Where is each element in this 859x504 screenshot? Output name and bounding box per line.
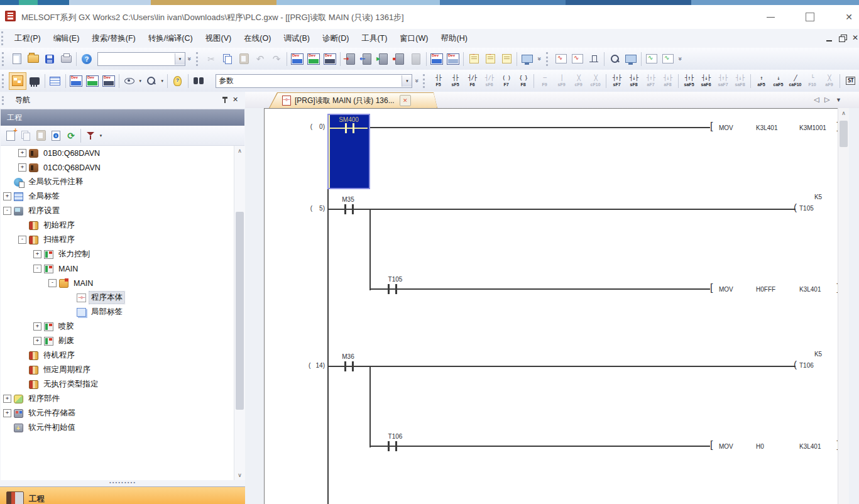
tree-expander[interactable]: -: [33, 265, 41, 273]
tab-close-icon[interactable]: [400, 95, 411, 106]
editor-scrollbar[interactable]: ∧: [838, 108, 849, 504]
paste-icon[interactable]: [236, 51, 252, 67]
tree-item[interactable]: +喷胶: [1, 319, 234, 334]
scrollbar-thumb[interactable]: [840, 121, 848, 147]
tree-expander[interactable]: +: [33, 337, 41, 345]
contact-symbol[interactable]: [352, 204, 354, 214]
tree-expander[interactable]: +: [33, 322, 41, 331]
toolbar-overflow-icon[interactable]: [185, 52, 194, 67]
graph-wave-icon[interactable]: [660, 51, 676, 67]
menu-tool[interactable]: 工具(T): [355, 29, 393, 48]
menu-online[interactable]: 在线(O): [238, 29, 277, 48]
program-find-combobox[interactable]: 参数: [216, 74, 413, 88]
tree-item[interactable]: 局部标签: [1, 305, 234, 319]
find-binoculars-icon[interactable]: [190, 73, 207, 89]
trace-search-icon[interactable]: [606, 51, 623, 67]
ladder-btn-sf5[interactable]: ┤├sF5: [447, 72, 464, 90]
navigation-window-icon[interactable]: [9, 72, 26, 90]
contact-symbol[interactable]: [395, 284, 397, 294]
property-icon[interactable]: [48, 128, 63, 143]
tab-list-icon[interactable]: ▼: [836, 97, 841, 103]
tree-expander[interactable]: +: [3, 395, 11, 403]
tree-expander[interactable]: +: [3, 192, 11, 200]
module-configuration-icon[interactable]: [26, 73, 43, 89]
tree-item[interactable]: 无执行类型指定: [1, 377, 234, 392]
ladder-btn-f8[interactable]: { }F8: [515, 72, 532, 90]
device-comment-icon[interactable]: [68, 73, 84, 89]
menu-window[interactable]: 窗口(W): [393, 29, 434, 48]
save-icon[interactable]: [41, 51, 58, 67]
toolbar-overflow-icon[interactable]: [676, 52, 685, 67]
panel-close-icon[interactable]: ✕: [233, 96, 238, 104]
contact-symbol[interactable]: [352, 361, 354, 371]
refresh-icon[interactable]: [63, 128, 79, 143]
contact-symbol[interactable]: [395, 441, 397, 451]
maximize-icon[interactable]: [804, 11, 816, 23]
tree-expander[interactable]: -: [3, 207, 11, 215]
help-bulb-icon[interactable]: [170, 73, 186, 89]
tree-item[interactable]: +01C0:Q68DAVN: [1, 160, 234, 175]
combo-dropdown-icon[interactable]: [402, 75, 412, 87]
ladder-btn-af8[interactable]: ┤↓├aF8: [659, 72, 676, 90]
ladder-btn-af7[interactable]: ┤↑├aF7: [642, 72, 659, 90]
plc-cartridge-icon[interactable]: [408, 51, 424, 67]
task-button-project[interactable]: 工程: [0, 486, 245, 504]
contact-symbol[interactable]: [344, 204, 346, 214]
tree-expander[interactable]: +: [33, 250, 41, 258]
panel-splitter[interactable]: [0, 480, 245, 486]
cut-icon[interactable]: [203, 51, 219, 67]
tree-item[interactable]: -程序设置: [1, 204, 234, 218]
contact-symbol[interactable]: [344, 361, 346, 371]
menu-help[interactable]: 帮助(H): [434, 29, 473, 48]
ladder-btn-sf6[interactable]: ┤/├sF6: [481, 72, 498, 90]
instruction-mov[interactable]: MOV H0 K3L401: [710, 441, 840, 452]
ladder-cursor-selection[interactable]: SM400: [327, 114, 370, 189]
data-transfer-combobox[interactable]: [97, 52, 185, 66]
tree-expander[interactable]: -: [18, 236, 26, 244]
tab-scroll-left-icon[interactable]: ◁: [814, 96, 819, 104]
close-icon[interactable]: ✕: [843, 11, 855, 23]
timing-chart-icon[interactable]: [586, 51, 602, 67]
ladder-btn-sf8[interactable]: ┤↓├sF8: [625, 72, 642, 90]
new-item-icon[interactable]: [3, 128, 18, 143]
tree-item[interactable]: +软元件存储器: [1, 406, 234, 420]
combo-dropdown-icon[interactable]: [175, 53, 185, 65]
stop-monitoring-dev-icon[interactable]: [445, 51, 461, 67]
menu-find-replace[interactable]: 搜索/替换(F): [85, 29, 141, 48]
tree-item[interactable]: 全局软元件注释: [1, 175, 234, 189]
scroll-up-icon[interactable]: ∧: [838, 108, 849, 118]
device-write-monitor-icon[interactable]: [289, 51, 305, 67]
device-display-icon[interactable]: [121, 73, 138, 89]
sort-dropdown-icon[interactable]: [98, 129, 104, 142]
toolbar-overflow-icon[interactable]: [535, 52, 544, 67]
menu-edit[interactable]: 编辑(E): [47, 29, 86, 48]
device-search-icon[interactable]: [143, 73, 160, 89]
print-icon[interactable]: [58, 51, 74, 67]
menu-diagnostics[interactable]: 诊断(D): [316, 29, 355, 48]
tab-main-program[interactable]: [PRG]读取 MAIN (只读) 136...: [269, 92, 437, 108]
sampling-trace-register-icon[interactable]: [569, 51, 586, 67]
note-display-icon[interactable]: [498, 51, 515, 67]
tree-expander[interactable]: +: [3, 409, 11, 417]
tree-item[interactable]: -MAIN: [1, 276, 234, 290]
mdi-minimize-icon[interactable]: [825, 33, 835, 43]
menu-view[interactable]: 视图(V): [199, 29, 238, 48]
device-search-dropdown-icon[interactable]: [160, 75, 165, 87]
mdi-restore-icon[interactable]: [838, 33, 848, 43]
tree-item[interactable]: -扫描程序: [1, 233, 234, 247]
mdi-close-icon[interactable]: ✕: [852, 33, 859, 43]
ladder-btn-af9[interactable]: ╳aF9: [821, 72, 838, 90]
ladder-btn-f9[interactable]: ─F9: [536, 72, 553, 90]
tree-item[interactable]: +01B0:Q68DAVN: [1, 146, 234, 160]
ladder-btn-f10[interactable]: └F10: [804, 72, 821, 90]
redo-icon[interactable]: [268, 51, 285, 67]
scroll-down-icon[interactable]: ∨: [234, 470, 245, 480]
device-display-dropdown-icon[interactable]: [138, 75, 143, 87]
contact-symbol[interactable]: [388, 284, 390, 294]
graph-display-icon[interactable]: [643, 51, 660, 67]
ladder-btn-cf9[interactable]: ╳cF9: [570, 72, 587, 90]
scroll-up-icon[interactable]: ∧: [234, 146, 245, 156]
tree-item[interactable]: +张力控制: [1, 247, 234, 261]
read-from-plc-icon[interactable]: [359, 51, 375, 67]
ladder-editor-canvas[interactable]: ( 0) SM400 MOV K3L401 K3M1001 ( 5) M35: [264, 108, 849, 504]
